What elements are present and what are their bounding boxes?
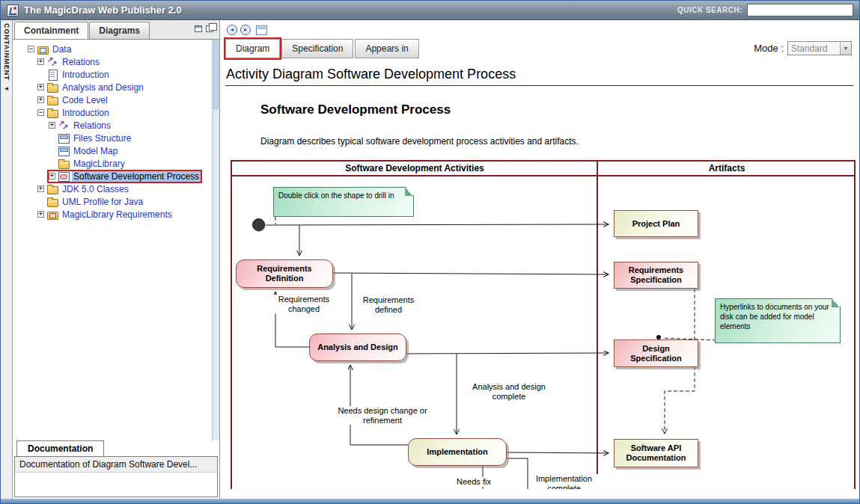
tree-item-jdk-5-0-classes[interactable]: +JDK 5.0 Classes [13,182,212,195]
magicdraw-logo-icon [7,4,19,16]
expand-icon[interactable]: + [37,96,44,103]
documentation-box: Documentation of Diagram Software Devel.… [14,456,218,497]
sidebar: ContainmentDiagrams −Data+RelationsIntro… [13,20,220,499]
tree-item-content: +Relations [49,120,112,131]
diagram-nav: ◂ ▸ [225,24,859,39]
tree-item-magiclibrary[interactable]: MagicLibrary [13,157,212,170]
collapse-icon[interactable]: − [37,109,44,116]
float-panel-icon[interactable] [206,25,213,32]
containment-strip: CONTAINMENT ◄ [1,20,13,499]
main-tabbar: DiagramSpecificationAppears in Mode : St… [225,39,859,58]
tree-item-label: Code Level [61,95,109,105]
tree-item-code-level[interactable]: +Code Level [13,93,212,106]
tree-item-files-structure[interactable]: Files Structure [13,132,212,144]
tree-item-relations[interactable]: +Relations [13,119,212,132]
activity-analysis-and-design[interactable]: Analysis and Design [309,334,406,361]
artifact-requirements-specification[interactable]: Requirements Specification [614,262,698,289]
tree-item-software-development-process[interactable]: +Software Development Process [13,170,212,182]
main-tabs: DiagramSpecificationAppears in [225,39,419,58]
tree-item-content: +Software Development Process [49,171,201,182]
tree-scrollbar-thumb[interactable] [213,40,219,109]
expand-icon[interactable]: + [49,173,55,179]
tree-item-content: UML Profile for Java [37,197,144,207]
tree-item-content: +Analysis and Design [37,82,145,93]
window-bottom-edge [1,499,859,503]
relations-icon [46,57,58,67]
expand-icon[interactable]: + [49,122,55,129]
page-title: Activity Diagram Software Development Pr… [226,67,853,82]
diagram-description: Diagram describes typical software devel… [260,136,859,147]
note-note2: Hyperlinks to documents on your disk can… [715,298,841,343]
show-as-image-icon[interactable] [256,25,267,35]
collapse-sidebar-icon[interactable]: ◄ [4,86,10,92]
tree-item-introduction[interactable]: Introduction [13,68,212,81]
tree-item-relations[interactable]: +Relations [13,55,212,68]
app-window: The MagicDraw Web Publisher 2.0 QUICK SE… [0,0,860,504]
tree-item-label: Introduction [61,70,111,80]
tree-item-label: Relations [72,120,112,131]
artifact-software-api-documentation[interactable]: Software API Documentation [614,439,698,467]
main-tab-appears-in[interactable]: Appears in [355,39,418,58]
tab-documentation[interactable]: Documentation [16,440,104,457]
previous-diagram-button[interactable]: ◂ [227,25,237,35]
main-panel: ◂ ▸ DiagramSpecificationAppears in Mode … [220,20,859,499]
documentation-panel: Documentation Documentation of Diagram S… [13,440,219,499]
tree-item-uml-profile-for-java[interactable]: UML Profile for Java [13,195,212,208]
next-diagram-button[interactable]: ▸ [240,25,251,35]
tree-item-label: MagicLibrary Requirements [61,209,174,220]
lane-header-artifacts: Artifacts [599,163,855,173]
artifact-design-specification[interactable]: Design Specification [614,339,698,367]
tree-item-label: Analysis and Design [61,82,145,93]
edge-label-needs-design-change-or-refinement: Needs design change or refinement [334,406,431,425]
document-icon [46,70,58,80]
diagram-heading: Software Development Process [260,102,859,117]
sidebar-tab-containment[interactable]: Containment [14,22,88,39]
initial-node[interactable] [252,218,265,231]
activity-requirements-definition[interactable]: Requirements Definition [236,259,333,288]
package-icon [37,44,49,55]
mode-select[interactable]: Standard ▼ [787,41,852,55]
folder-icon [46,184,58,194]
edge-label-requirements-changed: Requirements changed [269,295,338,313]
quick-search-input[interactable] [747,4,853,16]
edge-label-analysis-and-design-complete: Analysis and design complete [472,382,546,401]
mode-control: Mode : Standard ▼ [754,39,852,55]
minimize-panel-icon[interactable] [195,25,202,32]
mode-label: Mode : [754,43,784,54]
edge-label-requirements-defined: Requirements defined [356,295,421,314]
diagram-icon [58,146,70,156]
tree-item-label: JDK 5.0 Classes [61,184,130,194]
tree-item-label: Data [51,44,73,55]
sidebar-tabbar: ContainmentDiagrams [13,20,219,39]
tree-item-magiclibrary-requirements[interactable]: +MagicLibrary Requirements [13,208,212,221]
folder-icon [46,95,58,105]
tree-item-content: Introduction [37,70,111,80]
artifact-project-plan[interactable]: Project Plan [614,210,698,237]
app-body: CONTAINMENT ◄ ContainmentDiagrams −Data+… [1,20,859,499]
tree-item-introduction[interactable]: −Introduction [13,106,212,119]
expand-icon[interactable]: + [37,84,44,90]
main-tab-diagram[interactable]: Diagram [225,39,280,58]
collapse-icon[interactable]: − [28,46,34,52]
tree-item-data[interactable]: −Data [13,43,212,55]
main-tab-specification[interactable]: Specification [281,39,353,58]
folder-icon [46,197,58,207]
folder-icon [46,108,58,118]
title-divider [225,85,853,86]
folder-icon [46,82,58,93]
sidebar-tab-diagrams[interactable]: Diagrams [89,22,150,39]
tree-item-label: MagicLibrary [72,159,126,169]
tree-scrollbar[interactable] [212,40,219,440]
expand-icon[interactable]: + [37,58,44,65]
sidebar-tabs: ContainmentDiagrams [14,22,150,39]
tree-item-content: +MagicLibrary Requirements [37,209,174,220]
tree-item-content: −Introduction [37,108,111,118]
edge-label-needs-fix: Needs fix [448,477,500,487]
folder-req-icon [46,209,58,220]
expand-icon[interactable]: + [37,211,44,218]
activity-implementation[interactable]: Implementation [408,438,507,466]
tree-item-model-map[interactable]: Model Map [13,144,212,157]
expand-icon[interactable]: + [37,185,44,192]
panel-window-icons [195,25,219,39]
tree-item-analysis-and-design[interactable]: +Analysis and Design [13,81,212,93]
